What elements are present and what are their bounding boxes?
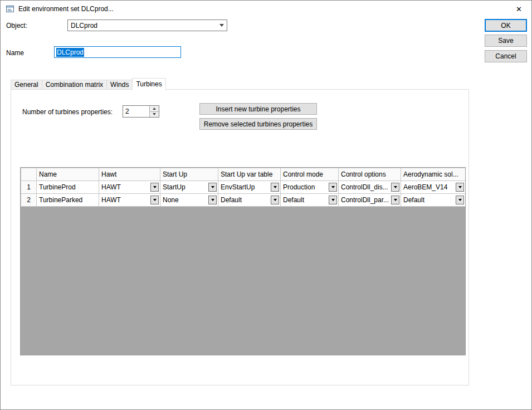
spinner-buttons [149, 106, 159, 117]
name-input[interactable]: DLCprod [54, 46, 181, 58]
grid-header-row: Name Hawt Start Up Start Up var table Co… [21, 168, 466, 181]
spin-down-button[interactable] [150, 112, 159, 118]
turbines-tab-panel: Number of turbines properties: 2 Insert … [11, 89, 469, 385]
dropdown-button[interactable] [329, 183, 337, 192]
cell-hawt-combobox[interactable]: HAWT [99, 194, 160, 206]
tab-turbines[interactable]: Turbines [132, 78, 165, 90]
chevron-down-icon [211, 199, 214, 201]
insert-turbine-button[interactable]: Insert new turbine properties [199, 103, 317, 115]
chevron-down-icon [274, 199, 277, 201]
dropdown-button[interactable] [271, 183, 279, 192]
title-bar: Edit environment set DLCprod... ✕ [1, 1, 531, 17]
cell-control-mode-combobox[interactable]: Production [281, 181, 338, 193]
turbine-count-spinner[interactable]: 2 [123, 105, 159, 118]
cancel-button[interactable]: Cancel [485, 50, 527, 62]
column-header-hawt[interactable]: Hawt [99, 168, 160, 181]
dropdown-button[interactable] [329, 196, 337, 204]
spin-up-button[interactable] [150, 106, 159, 112]
chevron-down-icon [458, 186, 462, 188]
object-combobox-value: DLCprod [71, 22, 217, 30]
chevron-down-icon [274, 186, 277, 188]
close-button[interactable]: ✕ [506, 1, 531, 17]
ok-button[interactable]: OK [485, 19, 527, 32]
turbine-count-label: Number of turbines properties: [22, 108, 113, 116]
cell-control-options-combobox[interactable]: ControlDll_dis... [339, 181, 401, 193]
cell-hawt-combobox[interactable]: HAWT [99, 181, 160, 193]
tab-combination-matrix[interactable]: Combination matrix [42, 80, 106, 90]
row-header[interactable]: 2 [21, 194, 37, 207]
turbines-grid: Name Hawt Start Up Start Up var table Co… [20, 167, 466, 355]
chevron-down-icon [458, 199, 462, 201]
remove-turbine-button[interactable]: Remove selected turbines properties [199, 118, 317, 130]
turbines-table: Name Hawt Start Up Start Up var table Co… [21, 168, 466, 207]
dropdown-button[interactable] [391, 183, 399, 192]
name-input-value: DLCprod [56, 48, 84, 57]
column-header-name[interactable]: Name [37, 168, 99, 181]
chevron-down-icon [331, 186, 335, 188]
tab-winds[interactable]: Winds [106, 80, 132, 90]
chevron-down-icon [394, 199, 397, 201]
dropdown-button[interactable] [271, 196, 279, 204]
column-header-start-up[interactable]: Start Up [160, 168, 218, 181]
cell-start-up-var-table-combobox[interactable]: EnvStartUp [218, 181, 280, 193]
chevron-down-icon [331, 199, 335, 201]
grid-corner-cell[interactable] [21, 168, 37, 181]
edit-environment-dialog: Edit environment set DLCprod... ✕ Object… [0, 0, 532, 410]
dropdown-button[interactable] [150, 196, 159, 204]
cell-control-mode-combobox[interactable]: Default [281, 194, 338, 206]
cell-aerodynamic-solver-combobox[interactable]: AeroBEM_V14 [401, 181, 465, 193]
save-button[interactable]: Save [485, 35, 527, 47]
cell-aerodynamic-solver-combobox[interactable]: Default [401, 194, 465, 206]
tab-strip: General Combination matrix Winds Turbine… [11, 78, 166, 90]
chevron-down-icon [153, 199, 157, 201]
object-combobox[interactable]: DLCprod [67, 19, 227, 31]
cell-control-options-combobox[interactable]: ControlDll_par... [339, 194, 401, 206]
column-header-start-up-var-table[interactable]: Start Up var table [218, 168, 281, 181]
cell-start-up-var-table-combobox[interactable]: Default [218, 194, 280, 206]
dropdown-button[interactable] [391, 196, 399, 204]
row-header[interactable]: 1 [21, 181, 37, 194]
window-title: Edit environment set DLCprod... [18, 5, 114, 13]
cell-start-up-combobox[interactable]: StartUp [160, 181, 218, 193]
cell-name[interactable]: TurbineProd [37, 181, 99, 194]
column-header-control-mode[interactable]: Control mode [281, 168, 339, 181]
column-header-aerodynamic-solver[interactable]: Aerodynamic sol... [401, 168, 466, 181]
turbine-count-value: 2 [123, 106, 149, 117]
cell-start-up-combobox[interactable]: None [160, 194, 218, 206]
chevron-down-icon [217, 24, 227, 27]
cell-name[interactable]: TurbineParked [37, 194, 99, 207]
name-label: Name [6, 49, 24, 57]
chevron-down-icon [394, 186, 397, 188]
dropdown-button[interactable] [208, 183, 217, 192]
chevron-down-icon [153, 186, 157, 188]
tab-general[interactable]: General [11, 80, 42, 90]
window-icon [6, 4, 14, 13]
chevron-down-icon [211, 186, 214, 188]
column-header-control-options[interactable]: Control options [339, 168, 401, 181]
table-row: 1 TurbineProd HAWT StartUp EnvStartUp [21, 181, 466, 194]
dropdown-button[interactable] [456, 183, 464, 192]
dropdown-button[interactable] [208, 196, 217, 204]
table-row: 2 TurbineParked HAWT None Default [21, 194, 466, 207]
object-label: Object: [6, 22, 27, 30]
dropdown-button[interactable] [456, 196, 464, 204]
dropdown-button[interactable] [150, 183, 159, 192]
